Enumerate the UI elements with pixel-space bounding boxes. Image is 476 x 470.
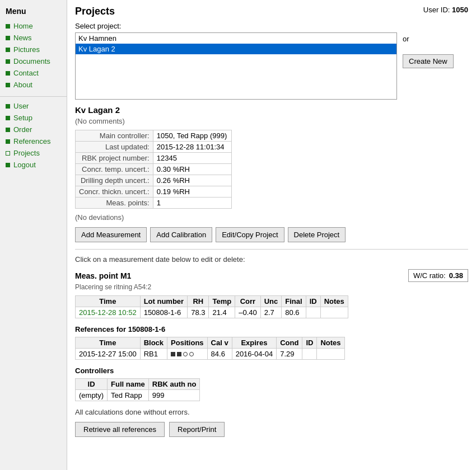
cell-rh: 78.3: [188, 307, 209, 318]
sidebar-item-label: Pictures: [13, 45, 40, 54]
delete-project-button[interactable]: Delete Project: [288, 227, 346, 242]
col-time: Time: [76, 296, 141, 307]
sidebar-item-logout[interactable]: Logout: [0, 159, 67, 171]
add-measurement-button[interactable]: Add Measurement: [75, 227, 147, 242]
info-row: Meas. points: 1: [76, 198, 232, 209]
sidebar-item-contact[interactable]: Contact: [0, 67, 67, 79]
cell-final: 80.6: [282, 307, 306, 318]
info-label: RBK project number:: [76, 153, 153, 164]
project-name: Kv Lagan 2: [75, 105, 468, 115]
info-value: 12345: [153, 153, 231, 164]
cell-time[interactable]: 2015-12-28 10:52: [76, 307, 141, 318]
section-divider: [75, 249, 468, 250]
cell-unc: 2.7: [260, 307, 282, 318]
bullet-icon: [6, 36, 10, 40]
sidebar-item-label: References: [13, 137, 50, 145]
info-row: Concr. temp. uncert.: 0.30 %RH: [76, 164, 232, 175]
controllers-title: Controllers: [75, 366, 468, 375]
position-square-2: [177, 352, 181, 356]
bullet-icon: [6, 83, 10, 87]
sidebar-item-projects[interactable]: Projects: [0, 147, 67, 159]
ctrl-col-fullname: Full name: [108, 379, 149, 390]
position-circle-1: [183, 352, 188, 356]
sidebar-item-user[interactable]: User: [0, 100, 67, 112]
sidebar-item-label: Logout: [13, 161, 36, 169]
sidebar: Menu Home News Pictures Documents Contac…: [0, 0, 67, 470]
edit-copy-project-button[interactable]: Edit/Copy Project: [216, 227, 284, 242]
main-content: Projects User ID: 1050 Select project: K…: [67, 0, 476, 470]
sidebar-item-label: Setup: [13, 114, 32, 122]
measurement-time-link[interactable]: 2015-12-28 10:52: [79, 308, 137, 317]
project-listbox[interactable]: Kv Hamnen Kv Lagan 2: [75, 32, 397, 100]
bullet-icon: [6, 139, 10, 144]
sidebar-item-news[interactable]: News: [0, 32, 67, 44]
calc-status-text: All calculations done without errors.: [75, 408, 468, 416]
ref-cell-positions: [167, 349, 208, 360]
sidebar-item-label: Documents: [13, 57, 50, 65]
or-text: or: [403, 35, 454, 43]
info-value: 1: [153, 198, 231, 209]
user-id-display: User ID: 1050: [423, 6, 468, 14]
ref-col-block: Block: [140, 337, 167, 349]
controllers-table: ID Full name RBK auth no (empty) Ted Rap…: [75, 378, 200, 401]
ref-cell-block: RB1: [140, 349, 167, 360]
ctrl-header-row: ID Full name RBK auth no: [76, 379, 200, 390]
bullet-icon: [6, 116, 10, 120]
report-print-button[interactable]: Report/Print: [169, 422, 225, 437]
ref-cell-cond: 7.29: [277, 349, 302, 360]
ctrl-col-rbk: RBK auth no: [148, 379, 200, 390]
sidebar-item-label: News: [13, 34, 32, 42]
col-final: Final: [282, 296, 306, 307]
sidebar-item-order[interactable]: Order: [0, 124, 67, 135]
position-circle-2: [189, 352, 194, 356]
ref-col-positions: Positions: [167, 337, 208, 349]
wc-ratio-value: 0.38: [449, 271, 463, 280]
sidebar-item-documents[interactable]: Documents: [0, 55, 67, 67]
ref-col-id: ID: [302, 337, 317, 349]
select-project-label: Select project:: [75, 22, 468, 30]
col-unc: Unc: [260, 296, 282, 307]
sidebar-item-label: Order: [13, 125, 32, 134]
sidebar-item-about[interactable]: About: [0, 79, 67, 91]
positions-display: [171, 352, 204, 356]
info-value: 0.26 %RH: [153, 175, 231, 186]
cell-corr: –0.40: [235, 307, 261, 318]
info-row: Main controller: 1050, Ted Rapp (999): [76, 130, 232, 142]
info-row: Drilling depth uncert.: 0.26 %RH: [76, 175, 232, 186]
meas-point-title: Meas. point M1: [75, 271, 131, 280]
project-comments: (No comments): [75, 117, 468, 125]
bullet-icon: [6, 59, 10, 64]
menu-title: Menu: [0, 4, 67, 20]
project-list-item[interactable]: Kv Hamnen: [76, 33, 396, 44]
ref-col-notes: Notes: [317, 337, 344, 349]
col-rh: RH: [188, 296, 209, 307]
references-section-title: References for 150808-1-6: [75, 325, 468, 333]
bottom-buttons: Retrieve all references Report/Print: [75, 422, 468, 437]
create-new-button[interactable]: Create New: [403, 54, 454, 68]
sidebar-item-home[interactable]: Home: [0, 20, 67, 32]
ref-cell-cal-v: 84.6: [207, 349, 232, 360]
info-value: 2015-12-28 11:01:34: [153, 142, 231, 153]
ctrl-cell-rbk: 999: [148, 390, 200, 401]
info-row: RBK project number: 12345: [76, 153, 232, 164]
sidebar-section-2: User Setup Order References Projects Log…: [0, 100, 67, 171]
sidebar-item-pictures[interactable]: Pictures: [0, 44, 67, 55]
bullet-icon: [6, 71, 10, 76]
measurement-table: Time Lot number RH Temp Corr Unc Final I…: [75, 295, 348, 318]
ctrl-cell-fullname: Ted Rapp: [108, 390, 149, 401]
project-detail: Kv Lagan 2 (No comments) Main controller…: [75, 105, 468, 437]
info-row: Concr. thickn. uncert.: 0.19 %RH: [76, 186, 232, 198]
project-list-item-selected[interactable]: Kv Lagan 2: [76, 44, 396, 54]
sidebar-item-references[interactable]: References: [0, 135, 67, 147]
info-value: 0.30 %RH: [153, 164, 231, 175]
retrieve-all-references-button[interactable]: Retrieve all references: [75, 422, 165, 437]
ref-col-cal-v: Cal v: [207, 337, 232, 349]
wc-ratio-display: W/C ratio: 0.38: [408, 269, 468, 282]
sidebar-item-setup[interactable]: Setup: [0, 112, 67, 124]
add-calibration-button[interactable]: Add Calibration: [150, 227, 212, 242]
bullet-icon: [6, 24, 10, 29]
ref-cell-notes: [317, 349, 344, 360]
ctrl-cell-id: (empty): [76, 390, 108, 401]
ctrl-col-id: ID: [76, 379, 108, 390]
wc-ratio-label: W/C ratio:: [413, 271, 446, 280]
